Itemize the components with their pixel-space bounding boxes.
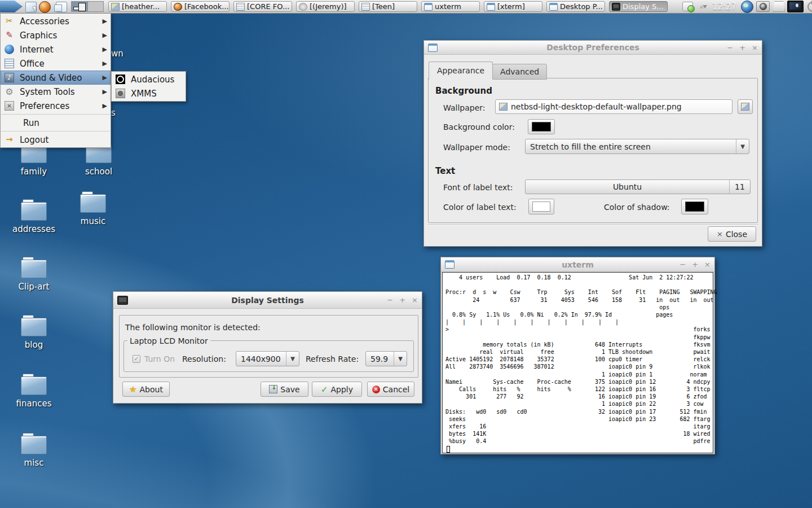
taskbar-button-uxterm[interactable]: uxterm (421, 1, 480, 12)
taskbar-button-display-settings[interactable]: Display S... (609, 1, 668, 12)
taskbar-button-desktop-preferences[interactable]: Desktop P... (546, 1, 605, 12)
taskbar-button-label: Display S... (623, 2, 664, 11)
dark-monitor-icon[interactable] (787, 1, 804, 12)
terminal-screen[interactable]: 4 users Load 0.17 0.18 0.12 Sat Jun 2 12… (442, 272, 713, 453)
submenu-arrow-icon: ▶ (103, 88, 107, 95)
camera-icon[interactable] (756, 1, 770, 12)
taskbar-button-teen[interactable]: [Teen] (359, 1, 417, 12)
menu-item-system-tools[interactable]: ⚙ System Tools ▶ (1, 85, 111, 99)
cancel-button[interactable]: ✕ Cancel (367, 382, 414, 397)
desktop-icon-misc[interactable]: misc (7, 433, 61, 468)
box-icon[interactable] (773, 1, 785, 12)
label-text-color-label: Color of label text: (443, 203, 517, 212)
menu-item-internet[interactable]: Internet ▶ (1, 42, 111, 56)
taskbar-button-heather[interactable]: [heather... (108, 1, 167, 12)
close-dialog-button[interactable]: × Close (708, 226, 756, 242)
menu-item-run[interactable]: Run (1, 116, 111, 130)
font-picker-button[interactable]: Ubuntu 11 (525, 179, 751, 194)
apply-button[interactable]: ✓ Apply (312, 382, 362, 397)
globe-icon (5, 45, 14, 54)
power-icon[interactable] (807, 2, 812, 12)
maximize-button[interactable]: + (399, 296, 405, 304)
file-manager-icon[interactable] (25, 2, 37, 12)
titlebar[interactable]: Display Settings − + × (113, 292, 422, 309)
photo-icon (111, 3, 120, 11)
web-browser-icon[interactable] (39, 1, 51, 13)
wallpaper-mode-dropdown[interactable]: Stretch to fill the entire screen ▼ (525, 139, 749, 154)
titlebar[interactable]: Desktop Preferences − + × (424, 41, 762, 55)
desktop-icon-label: misc (24, 458, 44, 468)
turn-on-label: Turn On (144, 354, 175, 364)
save-button-label: Save (280, 385, 299, 394)
background-color-swatch[interactable] (528, 119, 555, 134)
tab-appearance[interactable]: Appearance (429, 62, 493, 80)
taskbar-button-xterm[interactable]: [xterm] (484, 1, 542, 12)
minimize-button[interactable]: − (727, 43, 733, 52)
close-button[interactable]: × (752, 43, 758, 52)
close-button[interactable]: × (412, 296, 418, 304)
shadow-color-swatch[interactable] (681, 199, 708, 214)
window-icon (487, 3, 495, 11)
submenu-arrow-icon: ▶ (103, 74, 107, 81)
wallpaper-filename: netbsd-light-desktop-default-wallpaper.p… (511, 102, 682, 111)
minimize-button[interactable]: − (387, 296, 393, 304)
taskbar-button-core[interactable]: [CORE FO... (233, 1, 292, 12)
label-text-color-swatch[interactable] (528, 199, 554, 214)
turn-on-checkbox[interactable]: ✓ (133, 355, 140, 363)
windows-icon[interactable] (56, 2, 67, 12)
close-button[interactable]: × (704, 260, 710, 269)
menu-item-label: Graphics (20, 30, 57, 41)
window-icon (428, 43, 438, 52)
submenu-item-audacious[interactable]: Audacious (112, 72, 186, 86)
sound-video-submenu: Audacious XMMS (111, 71, 186, 102)
desktop-icon-addresses[interactable]: addresses (7, 199, 61, 234)
menu-item-graphics[interactable]: ✎ Graphics ▶ (1, 28, 111, 42)
chat-icon[interactable] (682, 2, 693, 11)
updown-arrows-icon[interactable] (699, 2, 708, 11)
chevron-down-icon[interactable]: ▼ (736, 139, 749, 154)
desktop-icon-clip-art[interactable]: Clip-art (7, 257, 61, 292)
desktop-icon-finances[interactable]: finances (7, 374, 61, 409)
menu-item-label: Office (20, 59, 45, 69)
taskbar-button-label: [xterm] (497, 2, 525, 11)
chevron-down-icon[interactable]: ▼ (286, 352, 299, 366)
minimize-button[interactable]: − (679, 260, 686, 269)
background-color-label: Background color: (443, 122, 515, 132)
desktop-icon-music[interactable]: music (66, 191, 120, 226)
titlebar[interactable]: uxterm − + × (441, 257, 714, 272)
start-menu-button[interactable] (0, 1, 23, 12)
menu-item-accessories[interactable]: ✂ Accessories ▶ (1, 14, 111, 28)
refresh-rate-dropdown[interactable]: 59.9 ▼ (365, 351, 407, 366)
check-icon: ✓ (321, 384, 328, 395)
about-button[interactable]: ★ About (122, 382, 170, 397)
save-button[interactable]: Save (261, 382, 308, 397)
clock[interactable]: 12:27 (712, 2, 736, 12)
desktop-pager[interactable] (71, 1, 104, 12)
pager-desktop-1[interactable] (72, 2, 87, 11)
taskbar-button-facebook[interactable]: [Facebook... (171, 1, 230, 12)
submenu-item-xmms[interactable]: XMMS (112, 86, 186, 100)
menu-item-logout[interactable]: → Logout (1, 133, 111, 147)
window-title: Desktop Preferences (447, 43, 739, 52)
maximize-button[interactable]: + (692, 260, 698, 269)
tab-advanced[interactable]: Advanced (492, 64, 547, 80)
taskbar-button-jeremy[interactable]: [(Jeremy)] (296, 1, 355, 12)
resolution-value: 812x508 (236, 354, 286, 364)
wallpaper-browse-button[interactable] (738, 99, 753, 114)
menu-item-sound-video[interactable]: ♪ Sound & Video ▶ (1, 71, 111, 85)
desktop-icon-blog[interactable]: blog (7, 315, 61, 350)
menu-item-label: Accessories (20, 16, 69, 27)
wallpaper-entry[interactable]: netbsd-light-desktop-default-wallpaper.p… (495, 99, 732, 114)
menu-item-office[interactable]: Office ▶ (1, 56, 111, 71)
menu-item-preferences[interactable]: ✕ Preferences ▶ (1, 99, 111, 113)
chevron-down-icon[interactable]: ▼ (394, 352, 407, 366)
text-section-heading: Text (435, 166, 455, 176)
pager-desktop-2[interactable] (87, 2, 104, 11)
window-icon (445, 260, 454, 269)
terminal-text: 4 users Load 0.17 0.18 0.12 Sat Jun 2 12… (445, 274, 713, 445)
background-section-heading: Background (435, 86, 492, 96)
taskbar-button-label: [heather... (122, 2, 160, 11)
globe-icon[interactable] (741, 1, 753, 13)
maximize-button[interactable]: + (739, 43, 745, 52)
resolution-dropdown[interactable]: 812x508 ▼ (236, 351, 299, 366)
